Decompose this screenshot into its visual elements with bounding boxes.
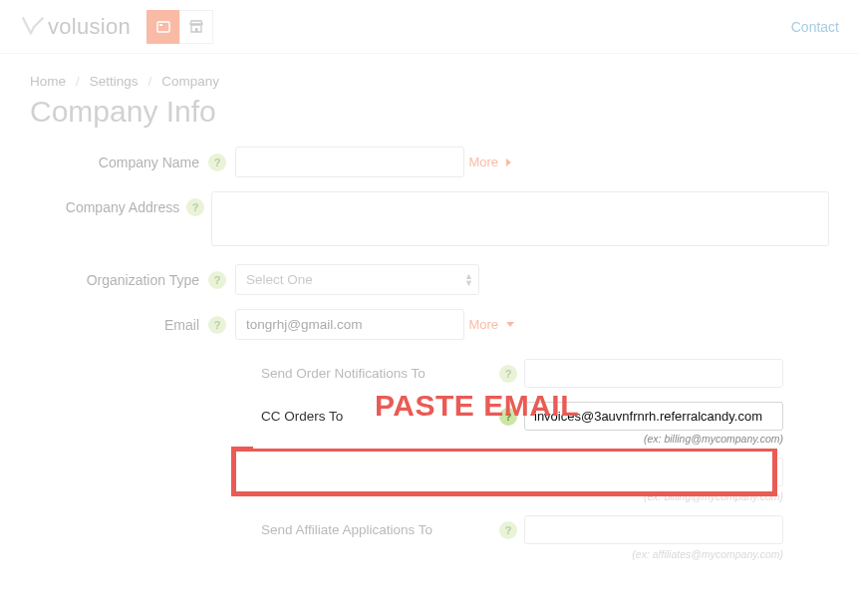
label-cc-orders-to: CC Orders To xyxy=(261,409,492,424)
company-address-input[interactable] xyxy=(211,191,829,246)
row-send-billing-from: Send Billing Emails From ? xyxy=(253,449,791,489)
admin-icon xyxy=(155,19,171,35)
row-send-order-notifications: Send Order Notifications To ? xyxy=(253,350,791,391)
svg-rect-0 xyxy=(157,22,169,32)
send-billing-from-input[interactable] xyxy=(524,458,783,486)
row-organization-type: Organization Type ? ▲▼ xyxy=(30,264,829,295)
help-icon[interactable]: ? xyxy=(208,271,226,289)
cc-orders-to-input[interactable] xyxy=(524,402,783,431)
breadcrumb-sep: / xyxy=(76,74,80,89)
send-order-notifications-input[interactable] xyxy=(524,359,783,388)
app-header: volusion Contact xyxy=(0,0,859,54)
breadcrumb-home[interactable]: Home xyxy=(30,74,66,89)
company-form: Company Name ? More Company Address ? Or… xyxy=(0,147,859,564)
help-icon[interactable]: ? xyxy=(499,365,517,383)
help-icon[interactable]: ? xyxy=(186,198,204,216)
label-send-affiliate-apps: Send Affiliate Applications To xyxy=(261,522,492,537)
row-cc-orders-to: CC Orders To ? xyxy=(253,391,791,432)
svg-rect-2 xyxy=(195,28,198,32)
help-icon[interactable]: ? xyxy=(499,463,517,481)
email-input[interactable] xyxy=(235,309,464,340)
chevron-right-icon xyxy=(506,158,511,166)
company-name-more-toggle[interactable]: More xyxy=(468,154,511,169)
hint-send-affiliate-apps: (ex: affiliates@mycompany.com) xyxy=(253,547,791,564)
email-more-toggle[interactable]: More xyxy=(468,317,514,332)
organization-type-select[interactable] xyxy=(235,264,479,295)
row-email: Email ? More Send Order Notifications To… xyxy=(30,309,829,564)
volusion-mark-icon xyxy=(20,14,46,40)
page-title: Company Info xyxy=(0,93,859,147)
label-company-name: Company Name xyxy=(30,147,199,170)
admin-mode-button[interactable] xyxy=(146,10,180,44)
help-icon[interactable]: ? xyxy=(208,316,226,334)
hint-send-billing-from: (ex: billing@mycompany.com) xyxy=(253,489,791,506)
hint-cc-orders-to: (ex: billing@mycompany.com) xyxy=(253,432,791,449)
more-label: More xyxy=(468,154,498,169)
help-icon[interactable]: ? xyxy=(208,154,226,171)
row-company-name: Company Name ? More xyxy=(30,147,829,177)
label-company-address: Company Address xyxy=(30,191,179,215)
storefront-mode-button[interactable] xyxy=(179,10,213,44)
label-email: Email xyxy=(30,309,199,333)
brand-logo: volusion xyxy=(20,14,131,40)
more-label: More xyxy=(468,317,498,332)
email-sub-settings: Send Order Notifications To ? CC Orders … xyxy=(253,350,791,564)
breadcrumb-settings[interactable]: Settings xyxy=(90,74,139,89)
storefront-icon xyxy=(188,19,204,35)
contact-link[interactable]: Contact xyxy=(791,19,839,35)
row-send-affiliate-apps: Send Affiliate Applications To ? xyxy=(253,506,791,547)
help-icon[interactable]: ? xyxy=(499,521,517,539)
chevron-down-icon xyxy=(506,322,514,327)
breadcrumb: Home / Settings / Company xyxy=(0,54,859,93)
label-organization-type: Organization Type xyxy=(30,264,199,288)
header-mode-switch xyxy=(146,10,213,44)
company-name-input[interactable] xyxy=(235,147,464,177)
svg-rect-1 xyxy=(159,24,162,26)
row-company-address: Company Address ? xyxy=(30,191,829,250)
help-icon[interactable]: ? xyxy=(499,408,517,426)
brand-text: volusion xyxy=(48,14,131,40)
breadcrumb-sep: / xyxy=(148,74,152,89)
label-send-billing-from: Send Billing Emails From xyxy=(261,464,492,479)
label-send-order-notifications: Send Order Notifications To xyxy=(261,366,492,381)
send-affiliate-apps-input[interactable] xyxy=(524,515,783,544)
breadcrumb-company[interactable]: Company xyxy=(161,74,219,89)
